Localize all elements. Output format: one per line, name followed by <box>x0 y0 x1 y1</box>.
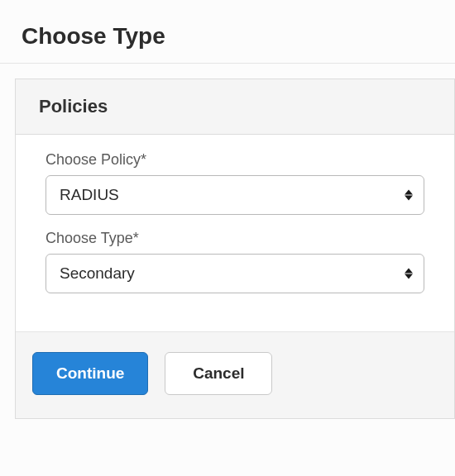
cancel-button[interactable]: Cancel <box>165 352 272 395</box>
page-title: Choose Type <box>22 23 455 50</box>
policies-panel: Policies Choose Policy* RADIUS Choose Ty… <box>15 79 455 419</box>
panel-header: Policies <box>16 79 454 135</box>
choose-policy-label: Choose Policy* <box>46 151 424 169</box>
continue-button[interactable]: Continue <box>32 352 148 395</box>
choose-policy-select-box[interactable]: RADIUS <box>46 175 424 215</box>
choose-type-value: Secondary <box>60 264 135 283</box>
choose-type-select[interactable]: Secondary <box>46 254 424 293</box>
panel-body: Choose Policy* RADIUS Choose Type* Secon… <box>16 135 454 331</box>
panel-footer: Continue Cancel <box>16 331 454 418</box>
choose-policy-select[interactable]: RADIUS <box>46 175 424 215</box>
choose-type-field: Choose Type* Secondary <box>46 230 424 293</box>
choose-policy-value: RADIUS <box>60 186 119 204</box>
choose-policy-field: Choose Policy* RADIUS <box>46 151 424 215</box>
choose-type-select-box[interactable]: Secondary <box>46 254 424 293</box>
content-wrapper: Policies Choose Policy* RADIUS Choose Ty… <box>0 64 455 419</box>
page-header: Choose Type <box>0 0 455 63</box>
panel-title: Policies <box>39 96 431 117</box>
choose-type-label: Choose Type* <box>46 230 424 247</box>
